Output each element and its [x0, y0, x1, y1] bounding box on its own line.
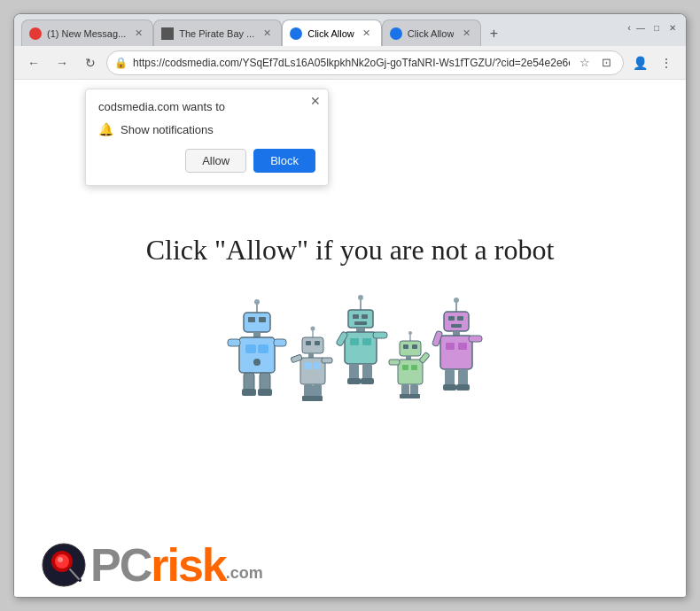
browser-window: (1) New Messag... ✕ The Pirate Bay ... ✕…: [13, 13, 687, 598]
tab-messages[interactable]: (1) New Messag... ✕: [21, 19, 153, 46]
svg-rect-65: [448, 316, 455, 321]
com-letters: .com: [226, 564, 263, 583]
address-bar-container: 🔒 ☆ ⊡: [106, 50, 624, 75]
svg-rect-39: [350, 338, 359, 345]
svg-rect-4: [259, 317, 266, 322]
notification-popup: ✕ codsmedia.com wants to 🔔 Show notifica…: [85, 89, 329, 186]
bookmark-button[interactable]: ☆: [575, 53, 595, 73]
popup-close-button[interactable]: ✕: [310, 95, 321, 107]
svg-rect-75: [458, 369, 468, 386]
svg-rect-64: [444, 312, 469, 331]
svg-rect-28: [313, 384, 322, 398]
svg-rect-73: [469, 336, 482, 342]
tab-pirate-bay[interactable]: The Pirate Bay ... ✕: [153, 19, 282, 46]
svg-rect-43: [349, 364, 359, 380]
minimize-button[interactable]: —: [634, 21, 647, 34]
window-controls: ‹ — □ ✕: [627, 21, 679, 34]
tab4-favicon: [390, 27, 402, 40]
svg-rect-15: [258, 389, 272, 396]
title-bar: (1) New Messag... ✕ The Pirate Bay ... ✕…: [14, 14, 686, 46]
svg-rect-57: [389, 360, 400, 365]
profile-icon: 👤: [633, 56, 648, 70]
svg-rect-23: [305, 362, 312, 369]
svg-rect-7: [245, 344, 256, 353]
menu-button[interactable]: ⋮: [654, 50, 679, 75]
svg-rect-19: [306, 341, 311, 345]
extensions-button[interactable]: ⊡: [596, 53, 616, 73]
maximize-button[interactable]: □: [650, 21, 663, 34]
tab2-title: The Pirate Bay ...: [179, 28, 254, 39]
svg-rect-10: [228, 339, 240, 346]
new-tab-button[interactable]: +: [481, 21, 506, 46]
tab3-title: Click Allow: [307, 28, 354, 39]
svg-rect-3: [248, 317, 255, 322]
svg-rect-51: [412, 344, 417, 349]
svg-rect-42: [373, 332, 387, 338]
svg-rect-66: [457, 316, 463, 321]
tab1-favicon: [29, 27, 42, 40]
tab4-close[interactable]: ✕: [459, 27, 473, 41]
tab1-close[interactable]: ✕: [131, 27, 145, 41]
robots-illustration: [217, 293, 483, 417]
svg-rect-18: [302, 337, 323, 353]
risk-letters: risk: [151, 542, 226, 588]
tab2-favicon: [161, 27, 174, 40]
svg-rect-52: [406, 356, 411, 360]
address-actions: ☆ ⊡: [575, 53, 616, 73]
svg-rect-20: [315, 341, 320, 345]
svg-point-1: [254, 299, 260, 305]
allow-button[interactable]: Allow: [185, 149, 246, 173]
back-button[interactable]: ←: [21, 50, 46, 75]
forward-icon: →: [56, 56, 68, 70]
address-bar[interactable]: [133, 57, 570, 69]
tab4-title: Click Allow: [408, 28, 455, 39]
svg-rect-12: [244, 373, 254, 391]
menu-icon: ⋮: [660, 56, 673, 70]
svg-rect-38: [345, 332, 377, 364]
svg-rect-53: [398, 360, 423, 384]
svg-rect-8: [258, 344, 268, 353]
bell-icon: 🔔: [98, 122, 113, 136]
refresh-icon: ↻: [85, 56, 96, 70]
page-headline: Click "Allow" if you are not a robot: [146, 234, 555, 267]
svg-rect-71: [458, 343, 467, 350]
close-button[interactable]: ✕: [666, 21, 679, 34]
svg-rect-35: [362, 314, 368, 319]
tab-click-allow-active[interactable]: Click Allow ✕: [282, 19, 382, 46]
refresh-button[interactable]: ↻: [78, 50, 103, 75]
tabs-row: (1) New Messag... ✕ The Pirate Bay ... ✕…: [21, 19, 679, 46]
svg-rect-2: [244, 313, 270, 332]
svg-rect-50: [403, 344, 408, 349]
forward-button[interactable]: →: [50, 50, 74, 75]
svg-rect-26: [322, 358, 332, 363]
svg-rect-55: [411, 365, 417, 370]
nav-bar: ← → ↻ 🔒 ☆ ⊡ 👤 ⋮: [14, 46, 686, 80]
svg-rect-54: [402, 365, 408, 370]
tab-click-allow-2[interactable]: Click Allow ✕: [382, 19, 482, 46]
tab3-favicon: [290, 27, 302, 40]
svg-rect-34: [353, 314, 359, 319]
svg-rect-14: [242, 389, 256, 396]
pcrisk-watermark: PC risk .com: [41, 542, 263, 588]
popup-buttons: Allow Block: [98, 149, 315, 173]
svg-rect-11: [274, 339, 286, 346]
svg-rect-27: [304, 384, 313, 398]
svg-point-32: [358, 295, 363, 300]
lock-icon: 🔒: [114, 57, 128, 69]
svg-rect-49: [400, 341, 421, 356]
svg-rect-77: [456, 384, 470, 391]
close-icon: ✕: [310, 94, 321, 108]
tab3-close[interactable]: ✕: [360, 27, 374, 41]
tab-scroll-left[interactable]: ‹: [627, 22, 631, 33]
svg-rect-30: [311, 396, 323, 401]
profile-button[interactable]: 👤: [627, 50, 652, 75]
popup-notification-row: 🔔 Show notifications: [98, 122, 315, 136]
block-button[interactable]: Block: [253, 149, 315, 173]
svg-rect-45: [347, 378, 361, 384]
svg-point-9: [253, 359, 261, 366]
svg-rect-5: [253, 332, 261, 337]
svg-point-63: [454, 298, 459, 303]
svg-point-48: [408, 331, 412, 335]
svg-point-17: [311, 326, 315, 330]
tab2-close[interactable]: ✕: [260, 27, 274, 41]
